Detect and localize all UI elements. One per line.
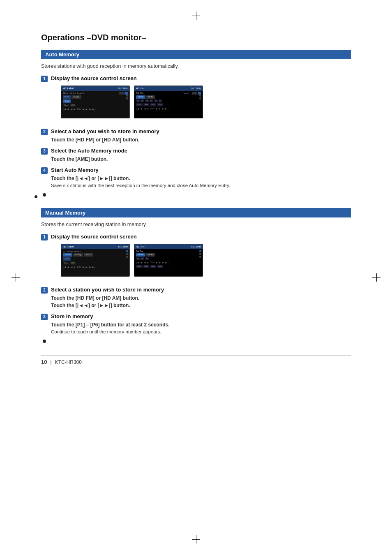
step-num-1: 1 xyxy=(41,76,48,82)
screen-right-auto: HD Pilot 88.1 MHz Title Text Preset: 8 xyxy=(134,86,203,118)
step-2-title: Select a band you wish to store in memor… xyxy=(51,128,351,134)
step-num-3: 3 xyxy=(41,148,48,155)
step-1-content: Display the source control screen HD RAD… xyxy=(51,75,351,124)
step-3-content: Select the Auto Memory mode Touch the [A… xyxy=(51,148,351,163)
step-num-4: 4 xyxy=(41,167,48,174)
manual-step-3-detail: Touch the [P1] – [P6] button for at leas… xyxy=(51,321,351,328)
manual-step-3-title: Store in memory xyxy=(51,313,351,319)
footer-separator: | xyxy=(50,359,51,365)
manual-step-2: 2 Select a station you wish to store in … xyxy=(41,287,351,309)
screen-pair-manual: HD RADIO 88.1 MHz HD Title Text Preset: … xyxy=(61,244,351,277)
manual-step-1: 1 Display the source control screen HD R… xyxy=(41,234,351,282)
auto-step-2: 2 Select a band you wish to store in mem… xyxy=(41,128,351,143)
step-4-note: Save six stations with the best receptio… xyxy=(51,182,351,189)
footer-page-number: 10 xyxy=(41,359,47,365)
step-num-2: 2 xyxy=(41,129,48,135)
screen-left-manual: HD RADIO 88.1 MHz HD Title Text Preset: … xyxy=(61,244,130,277)
manual-step-1-title: Display the source control screen xyxy=(51,234,351,240)
manual-step-1-content: Display the source control screen HD RAD… xyxy=(51,234,351,282)
manual-step-3-content: Store in memory Touch the [P1] – [P6] bu… xyxy=(51,313,351,335)
auto-memory-header: Auto Memory xyxy=(41,50,351,59)
auto-memory-intro: Stores stations with good reception in m… xyxy=(41,62,351,70)
footer-model: KTC-HR300 xyxy=(55,359,82,365)
step-2-content: Select a band you wish to store in memor… xyxy=(51,128,351,143)
auto-step-1: 1 Display the source control screen HD R… xyxy=(41,75,351,124)
manual-step-num-2: 2 xyxy=(41,287,48,294)
step-3-title: Select the Auto Memory mode xyxy=(51,148,351,154)
screen-pair-auto: HD RADIO 88.1 MHz AM/FM Title Text Prese… xyxy=(61,86,351,118)
step-4-detail: Touch the [|◄◄] or [►►|] button. xyxy=(51,175,351,182)
screen-left-auto: HD RADIO 88.1 MHz AM/FM Title Text Prese… xyxy=(61,86,130,118)
manual-memory-header: Manual Memory xyxy=(41,208,351,217)
step-3-detail: Touch the [AME] button. xyxy=(51,155,351,163)
manual-step-3-note: Continue to touch until the memory numbe… xyxy=(51,328,351,335)
manual-memory-intro: Stores the current receiving station in … xyxy=(41,221,351,229)
auto-step-3: 3 Select the Auto Memory mode Touch the … xyxy=(41,148,351,163)
bullet-auto-bottom xyxy=(35,195,37,198)
page-title: Operations –DVD monitor– xyxy=(41,33,351,42)
manual-step-2-title: Select a station you wish to store in me… xyxy=(51,287,351,293)
auto-memory-section: Auto Memory Stores stations with good re… xyxy=(41,50,351,197)
step-2-detail: Touch the [HD FM] or [HD AM] button. xyxy=(51,136,351,143)
manual-memory-section: Manual Memory Stores the current receivi… xyxy=(41,208,351,343)
footer: 10 | KTC-HR300 xyxy=(41,355,351,365)
screen-right-manual: HD Pilot 88.1 MHz Title Text HD FM H xyxy=(134,244,203,277)
manual-step-3: 3 Store in memory Touch the [P1] – [P6] … xyxy=(41,313,351,335)
manual-step-2-detail: Touch the [HD FM] or [HD AM] button.Touc… xyxy=(51,294,351,309)
step-1-title: Display the source control screen xyxy=(51,75,351,81)
auto-step-4: 4 Start Auto Memory Touch the [|◄◄] or [… xyxy=(41,167,351,189)
bullet-dot-auto xyxy=(43,193,46,197)
manual-step-num-1: 1 xyxy=(41,234,48,240)
manual-step-num-3: 3 xyxy=(41,314,48,320)
manual-step-2-content: Select a station you wish to store in me… xyxy=(51,287,351,309)
step-4-title: Start Auto Memory xyxy=(51,167,351,173)
step-4-content: Start Auto Memory Touch the [|◄◄] or [►►… xyxy=(51,167,351,189)
bullet-dot-manual xyxy=(43,340,46,343)
